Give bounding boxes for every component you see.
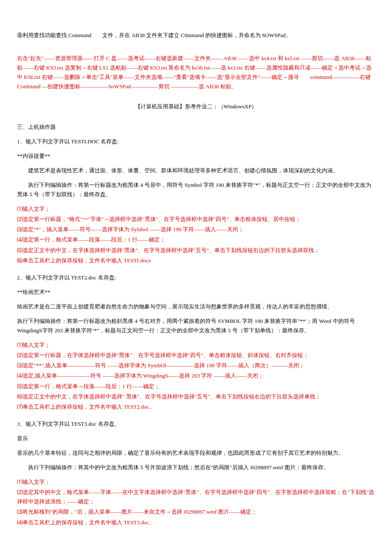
q2-sub1: **绘画艺术** xyxy=(17,288,375,297)
q2-a7: ⑺单击工具栏上的保存按钮，文件名中输入 TEST2.doc。 xyxy=(17,402,375,412)
q3-sub1: 音乐 xyxy=(17,434,375,443)
q1-text1: 建筑艺术是表现性艺术，通过面、体形、体量、空间、群体和环境处理等多种艺术语言、创… xyxy=(17,166,375,175)
q3-text1: 音乐的几个基本特征，连同与之相伴的局限，确定了音乐特有的艺术表现手段和规律，也因… xyxy=(17,448,375,458)
q3-a2: ⑵选定其中的中文，格式菜单――字体――在中文字体选择框中选择"黑体"、在字号选择… xyxy=(17,488,375,506)
q3-text2: 执行下列编辑操作：将其中的中文改为粗黑体 5 号并加波浪下划线；然后在"的局限"… xyxy=(17,463,375,472)
doc-title: 【计算机应用基础】形考作业二：（WindowsXP） xyxy=(17,102,375,111)
q3-a1: ⑴输入文字； xyxy=(17,477,375,487)
q1-a1: ⑴输入文字； xyxy=(17,204,375,214)
q2-a1: ⑴输入文字； xyxy=(17,340,375,350)
q3-head: 3、输入下列文字并以 TEST3.doc 名存盘。 xyxy=(17,419,375,429)
spacer xyxy=(17,45,375,49)
q2-a3: ⑶选定″**″,插入菜单―――――符号 ――选择字体为 SymbOl―――――选… xyxy=(17,361,375,370)
q2-text1: 绘画艺术是在二度平面上创建育肥者自然生命力的物象与空间，展示现实生活与想象世界的… xyxy=(17,302,375,311)
q1-a4: ⑷选定第一行，格式菜单――段落――段后：1 行――确定； xyxy=(17,235,375,244)
q1-head: 1、输入下列文字并以 TESTI.DOC 名存盘: xyxy=(17,137,375,146)
q2-a4: ⑷选定,插入菜单――――――符号 ――选择字体为 WingdingS――选择 2… xyxy=(17,371,375,381)
q3-a3: ⑶将光标移到"的局限，"后，插入菜单――图片――来自文件→选择 J0298897… xyxy=(17,507,375,517)
q2-a2: ⑵选定第一行标题，在字体选择框中选择"黑体"、在字号选择框中选择"四号"、单击粗… xyxy=(17,351,375,360)
q8-line1: ⑧利用查找功能查找 Command 文件，并在 AB38 文件夹下建立 C0mm… xyxy=(17,31,375,40)
q1-a2: ⑵选定第一行标题，"格式"一"字体"→选择框中选择"黑体"、在字号选择框中选择"… xyxy=(17,215,375,224)
q2-a5: ⑸选定第一行，格式菜单→段落――段后：1 行――确定； xyxy=(17,382,375,391)
q1-sub1: **内容提要** xyxy=(17,151,375,161)
section-3-head: 三、上机操作题 xyxy=(17,122,375,132)
q1-a5: ⑸选定正文中的中文，在字体选择框中选择"黑体"、在字号选择框中选择"五号"、单击… xyxy=(17,246,375,255)
q2-text2: 执行下列编辑操作：将第一行标题改为粗斜黑体 4 号右对齐，用两个紧挨着的符号 S… xyxy=(17,317,375,335)
q2-a6: ⑹选定正文中的中文，在字体选择框中选择" 黑体"、在字号选择框中选择"五号"、单… xyxy=(17,392,375,401)
q1-a6: ⑹单击工具栏上的保存按钮，文件名中输入 TESTI.doco xyxy=(17,256,375,265)
q1-text2: 执行下列编辑操作：将第一行标题改为粗黑体 4 号居中，用符号 Symbol 字符… xyxy=(17,180,375,199)
q1-a3: ⑶选定"*"，插入菜单――符号――选择字体为 Sylnbol ――选择 190 … xyxy=(17,225,375,234)
q3-a4: ⑷单击工具栏上的保存按钮，文件名中输入 TEST3.doc。 xyxy=(17,518,375,527)
q2-head: 2、输入下列文字并以 TEST2.doc 名存盘: xyxy=(17,273,375,282)
q8-answer: 右击"起先"――资源管理器――打开 C 盘――选考试――右键选新建――文件夹――… xyxy=(17,54,375,91)
